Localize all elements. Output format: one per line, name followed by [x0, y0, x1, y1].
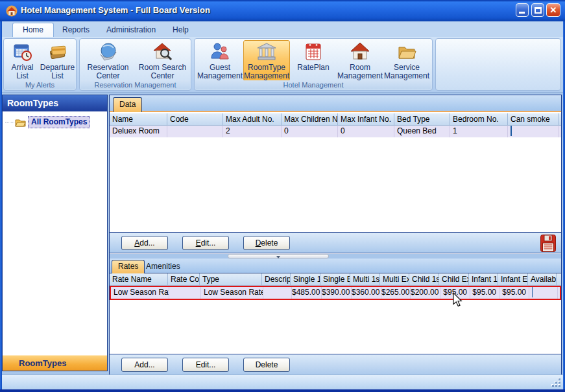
column-header-single-1st[interactable]: Single 1: — [291, 273, 320, 285]
ribbon-item-departure-list[interactable]: Departure List — [40, 40, 75, 80]
window-title: Hotel Management System - Full Board Ver… — [21, 0, 210, 21]
column-header-infant-1st[interactable]: Infant 1s — [469, 273, 498, 285]
splitter — [110, 254, 561, 259]
tree-connector — [5, 122, 14, 122]
cell-max-infant: 0 — [338, 126, 394, 137]
ribbon-item-room-search-center[interactable]: Room Search Center — [136, 40, 190, 80]
ribbon-item-label: Reservation Center — [81, 63, 136, 80]
column-header-single-extra[interactable]: Single E: — [320, 273, 350, 285]
tab-rates[interactable]: Rates — [112, 260, 145, 273]
column-header-can-smoke[interactable]: Can smoke — [508, 113, 559, 125]
ribbon-item-reservation-center[interactable]: Reservation Center — [81, 40, 136, 80]
column-header-multi-1st[interactable]: Multi 1st — [350, 273, 380, 285]
column-header-child-1st[interactable]: Child 1st — [409, 273, 439, 285]
ribbon-item-label: Room Management — [337, 63, 383, 80]
cell-bed-type: Queen Bed — [394, 126, 450, 137]
tree-item-label: All RoomTypes — [28, 116, 90, 128]
minimize-icon — [519, 12, 525, 14]
window-border-bottom — [0, 389, 565, 392]
globe-icon — [98, 41, 119, 62]
table-row[interactable]: Deluex Room 2 0 0 Queen Bed 1 — [110, 126, 561, 137]
home-icon — [6, 5, 18, 17]
floppy-icon[interactable] — [540, 235, 556, 252]
ribbon-item-label: RoomType Management — [244, 63, 289, 80]
cell-max-children: 0 — [282, 126, 338, 137]
column-header-multi-extra[interactable]: Multi Ex — [380, 273, 409, 285]
folder-icon — [15, 118, 26, 127]
can-smoke-checkbox[interactable] — [511, 126, 512, 136]
column-header-infant-extra[interactable]: Infant E: — [498, 273, 528, 285]
cell-single-extra: $390.00 — [322, 287, 352, 299]
status-bar — [2, 375, 563, 389]
column-header-child-extra[interactable]: Child Ex — [439, 273, 469, 285]
ribbon-item-arrival-list[interactable]: Arrival List — [5, 40, 40, 80]
cell-rate-code — [169, 287, 201, 299]
calendar-clock-icon — [12, 41, 33, 62]
menu-bar: Home Reports Administration Help — [2, 21, 563, 37]
cell-multi-1st: $360.00 — [352, 287, 381, 299]
column-header-rate-code[interactable]: Rate Cod — [168, 273, 200, 285]
sidebar-header: RoomTypes — [3, 95, 107, 111]
ribbon-item-roomtype-management[interactable]: RoomType Management — [243, 40, 290, 81]
available-checkbox[interactable] — [532, 287, 557, 299]
maximize-button[interactable] — [531, 3, 544, 17]
column-header-type[interactable]: Type — [200, 273, 262, 285]
column-header-max-infant[interactable]: Max Infant No. — [338, 113, 394, 125]
delete-button[interactable]: Delete — [243, 236, 290, 250]
cell-child-1st: $200.00 — [411, 287, 440, 299]
app-window: Hotel Management System - Full Board Ver… — [0, 0, 565, 392]
menu-tab-help[interactable]: Help — [164, 23, 197, 37]
splitter-handle[interactable] — [228, 254, 329, 259]
add-button[interactable]: Add... — [121, 358, 168, 372]
edit-button[interactable]: Edit... — [182, 236, 229, 250]
cell-can-smoke — [508, 126, 559, 137]
menu-tab-administration[interactable]: Administration — [98, 23, 164, 37]
delete-button[interactable]: Delete — [243, 358, 290, 372]
cell-type: Low Season Rate — [201, 287, 263, 299]
tab-data[interactable]: Data — [113, 97, 142, 112]
table-row[interactable]: Low Season Rate Low Season Rate $485.00 … — [111, 287, 560, 299]
ribbon-item-rateplan[interactable]: RatePlan — [290, 40, 337, 81]
ribbon-item-label: Departure List — [40, 63, 75, 80]
column-header-rate-name[interactable]: Rate Name — [110, 273, 168, 285]
ribbon-item-room-management[interactable]: Room Management — [337, 40, 383, 81]
mouse-cursor — [453, 292, 463, 307]
column-header-name[interactable]: Name — [110, 113, 167, 125]
tab-amenities[interactable]: Amenities — [141, 260, 186, 273]
resize-grip-icon[interactable] — [553, 379, 560, 387]
menu-tab-reports[interactable]: Reports — [54, 23, 98, 37]
minimize-button[interactable] — [516, 3, 529, 17]
column-header-bed-type[interactable]: Bed Type — [394, 113, 450, 125]
menu-tab-home[interactable]: Home — [12, 23, 54, 37]
main-panel: Data Name Code Max Adult No. Max Childre… — [109, 95, 562, 375]
column-header-max-adult[interactable]: Max Adult No. — [223, 113, 282, 125]
ribbon-item-label: Arrival List — [5, 63, 40, 80]
edit-button[interactable]: Edit... — [182, 358, 229, 372]
ribbon-item-guest-management[interactable]: Guest Management — [197, 40, 243, 81]
add-button[interactable]: Add... — [121, 236, 168, 250]
cell-description — [263, 287, 292, 299]
column-header-available[interactable]: Available — [528, 273, 557, 285]
roomtype-table[interactable]: Name Code Max Adult No. Max Children No … — [110, 113, 561, 232]
ribbon-group-reservation-management: Reservation Center Room Search Center Re… — [79, 38, 191, 91]
ribbon-group-caption: Reservation Management — [80, 80, 190, 89]
sidebar-footer-roomtypes[interactable]: RoomTypes — [3, 355, 107, 371]
column-header-max-children[interactable]: Max Children No — [282, 113, 338, 125]
ribbon-empty-panel — [435, 38, 561, 91]
ribbon-item-label: Room Search Center — [136, 63, 190, 80]
cell-infant-1st: $95.00 — [470, 287, 499, 299]
ribbon-group-caption: Hotel Management — [195, 80, 431, 89]
roomtype-table-header: Name Code Max Adult No. Max Children No … — [110, 113, 561, 126]
tree-item-all-roomtypes[interactable]: All RoomTypes — [5, 116, 90, 128]
ribbon: Arrival List Departure List — [2, 37, 563, 93]
maximize-icon — [535, 7, 542, 14]
titlebar: Hotel Management System - Full Board Ver… — [0, 0, 565, 21]
column-header-bedroom-no[interactable]: Bedroom No. — [450, 113, 508, 125]
close-button[interactable]: ✕ — [546, 3, 560, 17]
column-header-description[interactable]: Descripti — [262, 273, 291, 285]
ribbon-item-service-management[interactable]: Service Management — [383, 40, 430, 81]
sidebar-tree: All RoomTypes — [3, 111, 107, 354]
rates-table[interactable]: Rate Name Rate Cod Type Descripti Single… — [110, 273, 561, 354]
house-icon — [350, 41, 370, 62]
column-header-code[interactable]: Code — [167, 113, 223, 125]
